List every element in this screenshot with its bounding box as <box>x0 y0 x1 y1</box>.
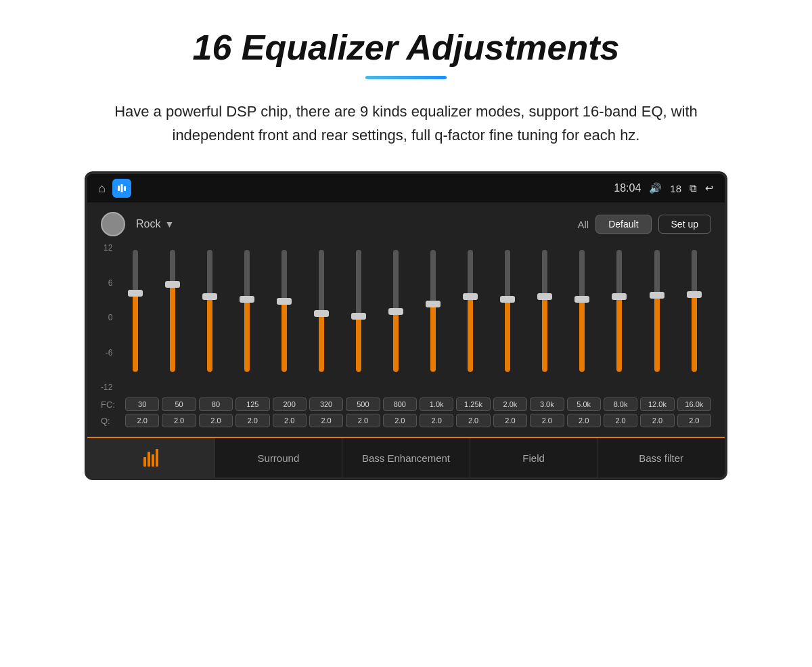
eq-track-8 <box>430 250 436 372</box>
eq-band-13[interactable] <box>602 243 637 392</box>
eq-q-value-1[interactable]: 2.0 <box>162 414 196 427</box>
eq-q-value-4[interactable]: 2.0 <box>273 414 307 427</box>
eq-track-1 <box>170 250 175 372</box>
eq-q-value-15[interactable]: 2.0 <box>677 414 711 427</box>
eq-band-14[interactable] <box>639 243 674 392</box>
svg-rect-2 <box>124 186 126 191</box>
eq-fill-8 <box>430 304 436 372</box>
eq-q-value-0[interactable]: 2.0 <box>125 414 159 427</box>
eq-handle-0[interactable] <box>128 290 143 297</box>
eq-band-15[interactable] <box>677 243 711 392</box>
bottom-nav-item-1[interactable]: Surround <box>215 438 343 477</box>
bottom-nav-item-0[interactable] <box>87 438 215 477</box>
bottom-nav-item-4[interactable]: Bass filter <box>597 438 725 477</box>
app-icon <box>112 179 131 198</box>
eq-fill-1 <box>170 284 175 372</box>
eq-fc-value-12[interactable]: 5.0k <box>567 397 601 411</box>
eq-handle-12[interactable] <box>574 296 589 303</box>
eq-handle-15[interactable] <box>687 291 702 298</box>
eq-fc-value-0[interactable]: 30 <box>125 397 159 411</box>
bottom-nav-label-2: Bass Enhancement <box>362 452 450 464</box>
eq-fc-value-10[interactable]: 2.0k <box>493 397 527 411</box>
eq-q-value-9[interactable]: 2.0 <box>456 414 490 427</box>
eq-fc-value-4[interactable]: 200 <box>273 397 307 411</box>
eq-fc-value-14[interactable]: 12.0k <box>640 397 674 411</box>
eq-q-values: 2.02.02.02.02.02.02.02.02.02.02.02.02.02… <box>125 414 711 427</box>
eq-q-value-14[interactable]: 2.0 <box>640 414 674 427</box>
eq-band-5[interactable] <box>304 243 339 392</box>
eq-q-value-12[interactable]: 2.0 <box>567 414 601 427</box>
eq-q-value-11[interactable]: 2.0 <box>530 414 564 427</box>
eq-band-4[interactable] <box>267 243 302 392</box>
eq-app: Rock ▼ All Default Set up 12 6 0 -6 -12 <box>87 202 725 437</box>
eq-fc-value-1[interactable]: 50 <box>162 397 196 411</box>
eq-bars-icon <box>143 449 158 467</box>
eq-fc-value-2[interactable]: 80 <box>199 397 233 411</box>
eq-handle-11[interactable] <box>537 293 552 300</box>
eq-fc-value-8[interactable]: 1.0k <box>420 397 453 411</box>
page-title: 16 Equalizer Adjustments <box>193 27 620 68</box>
eq-handle-6[interactable] <box>351 313 366 320</box>
eq-handle-3[interactable] <box>240 296 254 303</box>
eq-q-value-13[interactable]: 2.0 <box>604 414 637 427</box>
eq-q-value-10[interactable]: 2.0 <box>493 414 527 427</box>
eq-fc-value-15[interactable]: 16.0k <box>677 397 711 411</box>
eq-fc-value-7[interactable]: 800 <box>383 397 417 411</box>
eq-q-value-6[interactable]: 2.0 <box>346 414 380 427</box>
status-left: ⌂ <box>98 179 131 198</box>
back-icon[interactable]: ↩ <box>705 182 714 194</box>
bottom-nav-item-3[interactable]: Field <box>470 438 598 477</box>
eq-fill-9 <box>468 297 473 372</box>
eq-handle-8[interactable] <box>426 301 441 307</box>
eq-preset-select[interactable]: Rock ▼ <box>136 218 174 230</box>
eq-track-12 <box>579 250 585 372</box>
eq-q-value-3[interactable]: 2.0 <box>235 414 269 427</box>
eq-handle-2[interactable] <box>202 293 217 300</box>
eq-handle-10[interactable] <box>500 296 515 303</box>
eq-band-9[interactable] <box>453 243 488 392</box>
eq-fc-value-3[interactable]: 125 <box>235 397 269 411</box>
bottom-nav: SurroundBass EnhancementFieldBass filter <box>87 437 725 477</box>
eq-fc-value-6[interactable]: 500 <box>346 397 380 411</box>
home-icon[interactable]: ⌂ <box>98 181 106 196</box>
eq-band-7[interactable] <box>379 243 413 392</box>
eq-track-2 <box>207 250 212 372</box>
default-button[interactable]: Default <box>595 215 651 234</box>
volume-icon: 🔊 <box>649 182 662 194</box>
eq-q-value-5[interactable]: 2.0 <box>309 414 343 427</box>
eq-fill-2 <box>207 297 212 372</box>
eq-handle-7[interactable] <box>388 308 403 315</box>
eq-fc-row: FC: 3050801252003205008001.0k1.25k2.0k3.… <box>101 397 711 411</box>
eq-band-0[interactable] <box>118 243 152 392</box>
eq-band-11[interactable] <box>528 243 562 392</box>
eq-fc-value-11[interactable]: 3.0k <box>530 397 564 411</box>
eq-band-12[interactable] <box>565 243 600 392</box>
eq-fill-14 <box>654 295 660 372</box>
eq-track-6 <box>356 250 361 372</box>
eq-band-3[interactable] <box>229 243 264 392</box>
eq-band-1[interactable] <box>155 243 189 392</box>
eq-q-value-2[interactable]: 2.0 <box>199 414 233 427</box>
eq-handle-5[interactable] <box>314 310 329 317</box>
eq-fc-value-13[interactable]: 8.0k <box>604 397 637 411</box>
setup-button[interactable]: Set up <box>658 215 711 234</box>
eq-band-10[interactable] <box>491 243 525 392</box>
eq-band-2[interactable] <box>192 243 227 392</box>
eq-handle-13[interactable] <box>612 293 627 300</box>
eq-band-6[interactable] <box>342 243 376 392</box>
eq-y-labels: 12 6 0 -6 -12 <box>101 243 118 392</box>
volume-level: 18 <box>670 183 681 194</box>
eq-handle-4[interactable] <box>277 298 292 305</box>
eq-label-6: 6 <box>108 278 113 288</box>
svg-rect-1 <box>120 184 122 192</box>
eq-fc-value-5[interactable]: 320 <box>309 397 343 411</box>
eq-handle-1[interactable] <box>165 281 180 288</box>
bottom-nav-item-2[interactable]: Bass Enhancement <box>342 438 470 477</box>
eq-fc-value-9[interactable]: 1.25k <box>456 397 490 411</box>
eq-q-value-7[interactable]: 2.0 <box>383 414 417 427</box>
eq-q-value-8[interactable]: 2.0 <box>420 414 453 427</box>
eq-track-10 <box>505 250 510 372</box>
eq-handle-14[interactable] <box>650 292 664 299</box>
eq-band-8[interactable] <box>416 243 451 392</box>
eq-handle-9[interactable] <box>463 293 478 300</box>
